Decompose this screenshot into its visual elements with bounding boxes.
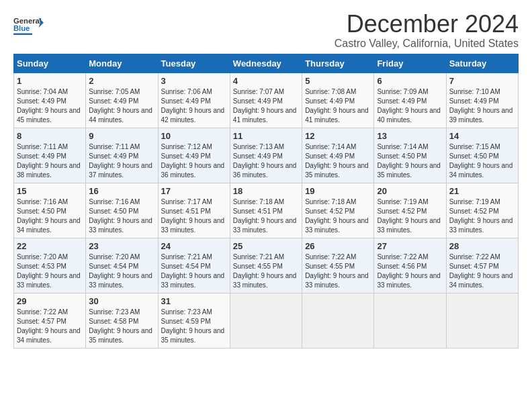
calendar-week-3: 15 Sunrise: 7:16 AM Sunset: 4:50 PM Dayl… <box>14 183 519 238</box>
col-thursday: Thursday <box>302 54 374 73</box>
col-tuesday: Tuesday <box>158 54 230 73</box>
day-info: Sunrise: 7:16 AM Sunset: 4:50 PM Dayligh… <box>17 197 83 235</box>
calendar-cell: 28 Sunrise: 7:22 AM Sunset: 4:57 PM Dayl… <box>446 238 518 293</box>
day-number: 2 <box>89 76 154 86</box>
calendar-cell: 17 Sunrise: 7:17 AM Sunset: 4:51 PM Dayl… <box>158 183 230 238</box>
day-info: Sunrise: 7:23 AM Sunset: 4:59 PM Dayligh… <box>161 308 227 345</box>
col-friday: Friday <box>374 54 446 73</box>
day-number: 21 <box>449 186 515 196</box>
day-info: Sunrise: 7:15 AM Sunset: 4:50 PM Dayligh… <box>449 142 515 180</box>
calendar-cell: 11 Sunrise: 7:13 AM Sunset: 4:49 PM Dayl… <box>230 128 302 183</box>
col-sunday: Sunday <box>14 54 86 73</box>
day-info: Sunrise: 7:11 AM Sunset: 4:49 PM Dayligh… <box>17 142 83 180</box>
day-info: Sunrise: 7:05 AM Sunset: 4:49 PM Dayligh… <box>89 87 154 125</box>
calendar-cell: 13 Sunrise: 7:14 AM Sunset: 4:50 PM Dayl… <box>374 128 446 183</box>
day-number: 9 <box>89 131 154 141</box>
day-number: 17 <box>161 186 227 196</box>
svg-text:General: General <box>13 17 42 25</box>
day-info: Sunrise: 7:22 AM Sunset: 4:57 PM Dayligh… <box>449 253 515 290</box>
page-title: December 2024 <box>335 11 519 38</box>
day-number: 30 <box>89 296 154 306</box>
calendar-cell: 24 Sunrise: 7:21 AM Sunset: 4:54 PM Dayl… <box>158 238 230 293</box>
calendar-cell: 3 Sunrise: 7:06 AM Sunset: 4:49 PM Dayli… <box>158 73 230 128</box>
calendar-week-5: 29 Sunrise: 7:22 AM Sunset: 4:57 PM Dayl… <box>14 293 519 348</box>
page-subtitle: Castro Valley, California, United States <box>335 38 519 50</box>
main-container: General Blue December 2024 Castro Valley… <box>0 0 532 355</box>
day-info: Sunrise: 7:14 AM Sunset: 4:49 PM Dayligh… <box>305 142 371 180</box>
day-number: 24 <box>161 241 227 251</box>
svg-text:Blue: Blue <box>13 24 30 32</box>
calendar-cell <box>374 293 446 348</box>
header: General Blue December 2024 Castro Valley… <box>13 11 519 50</box>
calendar-cell <box>302 293 374 348</box>
calendar-cell: 21 Sunrise: 7:19 AM Sunset: 4:52 PM Dayl… <box>446 183 518 238</box>
calendar-cell: 4 Sunrise: 7:07 AM Sunset: 4:49 PM Dayli… <box>230 73 302 128</box>
header-row: Sunday Monday Tuesday Wednesday Thursday… <box>14 54 519 73</box>
day-number: 22 <box>17 241 83 251</box>
calendar-cell: 20 Sunrise: 7:19 AM Sunset: 4:52 PM Dayl… <box>374 183 446 238</box>
day-info: Sunrise: 7:11 AM Sunset: 4:49 PM Dayligh… <box>89 142 154 180</box>
col-wednesday: Wednesday <box>230 54 302 73</box>
day-info: Sunrise: 7:18 AM Sunset: 4:52 PM Dayligh… <box>305 197 371 235</box>
day-number: 3 <box>161 76 227 86</box>
calendar-cell: 6 Sunrise: 7:09 AM Sunset: 4:49 PM Dayli… <box>374 73 446 128</box>
day-number: 31 <box>161 296 227 306</box>
calendar-cell: 8 Sunrise: 7:11 AM Sunset: 4:49 PM Dayli… <box>14 128 86 183</box>
day-info: Sunrise: 7:20 AM Sunset: 4:53 PM Dayligh… <box>17 253 83 290</box>
calendar-cell <box>230 293 302 348</box>
calendar-cell: 27 Sunrise: 7:22 AM Sunset: 4:56 PM Dayl… <box>374 238 446 293</box>
day-info: Sunrise: 7:17 AM Sunset: 4:51 PM Dayligh… <box>161 197 227 235</box>
calendar-cell: 18 Sunrise: 7:18 AM Sunset: 4:51 PM Dayl… <box>230 183 302 238</box>
day-info: Sunrise: 7:06 AM Sunset: 4:49 PM Dayligh… <box>161 87 227 125</box>
day-info: Sunrise: 7:10 AM Sunset: 4:49 PM Dayligh… <box>449 87 515 125</box>
day-number: 8 <box>17 131 83 141</box>
day-info: Sunrise: 7:18 AM Sunset: 4:51 PM Dayligh… <box>233 197 299 235</box>
day-number: 19 <box>305 186 371 196</box>
day-number: 6 <box>377 76 443 86</box>
day-number: 28 <box>449 241 515 251</box>
day-number: 27 <box>377 241 443 251</box>
day-info: Sunrise: 7:04 AM Sunset: 4:49 PM Dayligh… <box>17 87 83 125</box>
day-number: 16 <box>89 186 154 196</box>
calendar-cell: 25 Sunrise: 7:21 AM Sunset: 4:55 PM Dayl… <box>230 238 302 293</box>
day-number: 11 <box>233 131 299 141</box>
day-number: 13 <box>377 131 443 141</box>
calendar-cell: 16 Sunrise: 7:16 AM Sunset: 4:50 PM Dayl… <box>86 183 158 238</box>
calendar-cell <box>446 293 518 348</box>
day-info: Sunrise: 7:21 AM Sunset: 4:54 PM Dayligh… <box>161 253 227 290</box>
calendar-cell: 19 Sunrise: 7:18 AM Sunset: 4:52 PM Dayl… <box>302 183 374 238</box>
day-number: 23 <box>89 241 154 251</box>
day-number: 26 <box>305 241 371 251</box>
day-info: Sunrise: 7:09 AM Sunset: 4:49 PM Dayligh… <box>377 87 443 125</box>
day-info: Sunrise: 7:22 AM Sunset: 4:57 PM Dayligh… <box>17 308 83 345</box>
day-number: 1 <box>17 76 83 86</box>
day-info: Sunrise: 7:08 AM Sunset: 4:49 PM Dayligh… <box>305 87 371 125</box>
logo: General Blue <box>13 11 47 41</box>
day-number: 7 <box>449 76 515 86</box>
day-number: 18 <box>233 186 299 196</box>
day-number: 15 <box>17 186 83 196</box>
calendar-table: Sunday Monday Tuesday Wednesday Thursday… <box>13 54 519 349</box>
day-info: Sunrise: 7:16 AM Sunset: 4:50 PM Dayligh… <box>89 197 154 235</box>
day-number: 12 <box>305 131 371 141</box>
day-info: Sunrise: 7:13 AM Sunset: 4:49 PM Dayligh… <box>233 142 299 180</box>
day-number: 29 <box>17 296 83 306</box>
calendar-week-2: 8 Sunrise: 7:11 AM Sunset: 4:49 PM Dayli… <box>14 128 519 183</box>
day-number: 4 <box>233 76 299 86</box>
logo-svg: General Blue <box>13 11 47 41</box>
day-number: 5 <box>305 76 371 86</box>
calendar-cell: 7 Sunrise: 7:10 AM Sunset: 4:49 PM Dayli… <box>446 73 518 128</box>
calendar-cell: 14 Sunrise: 7:15 AM Sunset: 4:50 PM Dayl… <box>446 128 518 183</box>
day-info: Sunrise: 7:22 AM Sunset: 4:55 PM Dayligh… <box>305 253 371 290</box>
col-monday: Monday <box>86 54 158 73</box>
day-info: Sunrise: 7:07 AM Sunset: 4:49 PM Dayligh… <box>233 87 299 125</box>
calendar-cell: 30 Sunrise: 7:23 AM Sunset: 4:58 PM Dayl… <box>86 293 158 348</box>
calendar-cell: 23 Sunrise: 7:20 AM Sunset: 4:54 PM Dayl… <box>86 238 158 293</box>
calendar-cell: 29 Sunrise: 7:22 AM Sunset: 4:57 PM Dayl… <box>14 293 86 348</box>
svg-rect-3 <box>13 33 32 35</box>
day-info: Sunrise: 7:19 AM Sunset: 4:52 PM Dayligh… <box>377 197 443 235</box>
calendar-cell: 26 Sunrise: 7:22 AM Sunset: 4:55 PM Dayl… <box>302 238 374 293</box>
day-info: Sunrise: 7:19 AM Sunset: 4:52 PM Dayligh… <box>449 197 515 235</box>
day-info: Sunrise: 7:21 AM Sunset: 4:55 PM Dayligh… <box>233 253 299 290</box>
calendar-cell: 5 Sunrise: 7:08 AM Sunset: 4:49 PM Dayli… <box>302 73 374 128</box>
